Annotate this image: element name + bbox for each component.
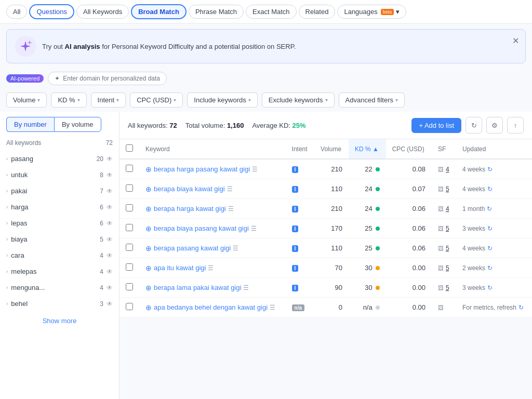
settings-button[interactable]: ⚙ — [486, 117, 503, 134]
sidebar-item[interactable]: › harga 6 👁 — [0, 199, 119, 215]
refresh-icon[interactable]: ↻ — [487, 264, 493, 272]
keyword-link[interactable]: berapa lama pakai kawat gigi — [154, 284, 241, 291]
row-checkbox[interactable] — [126, 224, 133, 231]
eye-icon[interactable]: 👁 — [107, 268, 113, 275]
keyword-link[interactable]: berapa harga pasang kawat gigi — [154, 165, 250, 173]
tab-questions[interactable]: Questions — [29, 4, 74, 19]
add-circle-icon[interactable]: ⊕ — [145, 224, 152, 233]
row-checkbox[interactable] — [126, 283, 133, 290]
sidebar-item[interactable]: › menguna... 4 👁 — [0, 280, 119, 296]
save-icon[interactable]: ☰ — [227, 185, 233, 193]
eye-icon[interactable]: 👁 — [107, 220, 113, 227]
close-button[interactable]: ✕ — [512, 36, 519, 46]
keyword-count: 6 — [100, 204, 103, 211]
ai-powered-badge: AI-powered — [6, 74, 44, 83]
keyword-link[interactable]: berapa biaya pasang kawat gigi — [154, 224, 249, 232]
sidebar-item[interactable]: › behel 3 👁 — [0, 296, 119, 312]
tab-broad-match[interactable]: Broad Match — [131, 4, 187, 19]
sf-number[interactable]: 5 — [446, 245, 449, 252]
by-volume-button[interactable]: By volume — [54, 117, 101, 132]
refresh-button[interactable]: ↻ — [466, 117, 482, 134]
include-keywords-filter[interactable]: Include keywords ▾ — [187, 92, 257, 108]
eye-icon[interactable]: 👁 — [107, 204, 113, 211]
add-circle-icon[interactable]: ⊕ — [145, 244, 152, 252]
volume-filter[interactable]: Volume ▾ — [6, 92, 47, 108]
eye-icon[interactable]: 👁 — [107, 155, 113, 163]
tab-languages[interactable]: Languages beta ▾ — [337, 5, 406, 19]
tab-all-keywords[interactable]: All Keywords — [76, 5, 129, 19]
sidebar-item[interactable]: › pasang 20 👁 — [0, 151, 119, 167]
exclude-keywords-filter[interactable]: Exclude keywords ▾ — [262, 92, 335, 108]
sf-number[interactable]: 5 — [446, 264, 449, 272]
row-checkbox[interactable] — [126, 165, 133, 172]
sf-number[interactable]: 4 — [446, 205, 449, 212]
exclude-filter-label: Exclude keywords — [269, 96, 323, 104]
save-icon[interactable]: ☰ — [233, 245, 238, 252]
add-circle-icon[interactable]: ⊕ — [145, 165, 152, 174]
row-checkbox[interactable] — [126, 204, 133, 211]
eye-icon[interactable]: 👁 — [107, 171, 113, 179]
row-checkbox[interactable] — [126, 184, 133, 192]
by-number-button[interactable]: By number — [6, 117, 54, 132]
advanced-filters[interactable]: Advanced filters ▾ — [339, 92, 405, 108]
save-icon[interactable]: ☰ — [251, 225, 257, 232]
row-checkbox[interactable] — [126, 263, 133, 271]
refresh-icon[interactable]: ↻ — [487, 166, 493, 173]
kd-filter[interactable]: KD % ▾ — [51, 92, 86, 108]
tab-exact-match[interactable]: Exact Match — [246, 5, 297, 19]
sf-number[interactable]: 5 — [446, 284, 449, 291]
row-checkbox[interactable] — [126, 303, 133, 310]
sf-number[interactable]: 4 — [446, 166, 449, 173]
cpc-filter[interactable]: CPC (USD) ▾ — [130, 92, 183, 108]
eye-icon[interactable]: 👁 — [107, 300, 113, 308]
refresh-icon[interactable]: ↻ — [487, 245, 493, 252]
row-checkbox[interactable] — [126, 244, 133, 251]
eye-icon[interactable]: 👁 — [107, 284, 113, 291]
sidebar-item[interactable]: › lepas 6 👁 — [0, 215, 119, 231]
refresh-icon[interactable]: ↻ — [487, 205, 492, 212]
sidebar-item[interactable]: › melepas 4 👁 — [0, 263, 119, 280]
save-icon[interactable]: ☰ — [228, 205, 234, 212]
add-circle-icon[interactable]: ⊕ — [145, 264, 152, 272]
tab-related[interactable]: Related — [299, 5, 336, 19]
eye-icon[interactable]: 👁 — [107, 236, 113, 243]
save-icon[interactable]: ☰ — [270, 304, 275, 311]
tab-all[interactable]: All — [6, 5, 27, 19]
avg-kd-value: 25% — [292, 122, 306, 129]
refresh-icon[interactable]: ↻ — [487, 225, 493, 232]
updated-value: 3 weeks — [462, 284, 485, 291]
save-icon[interactable]: ☰ — [243, 284, 249, 291]
keyword-link[interactable]: apa itu kawat gigi — [154, 264, 206, 272]
keyword-link[interactable]: berapa harga kawat gigi — [154, 205, 226, 212]
refresh-icon[interactable]: ↻ — [518, 304, 524, 311]
kd-column-header[interactable]: KD % ▲ — [349, 139, 386, 159]
domain-input[interactable]: ✦ Enter domain for personalized data — [48, 72, 167, 85]
eye-icon[interactable]: 👁 — [107, 188, 113, 195]
sidebar-item[interactable]: › untuk 8 👁 — [0, 167, 119, 183]
sidebar-item[interactable]: › pakai 7 👁 — [0, 183, 119, 199]
save-icon[interactable]: ☰ — [208, 264, 214, 272]
sf-number[interactable]: 5 — [446, 225, 449, 232]
sidebar-item[interactable]: › cara 4 👁 — [0, 247, 119, 263]
add-to-list-button[interactable]: + Add to list — [411, 118, 461, 133]
select-all-checkbox[interactable] — [126, 144, 133, 152]
keyword-link[interactable]: apa bedanya behel dengan kawat gigi — [154, 303, 268, 311]
export-button[interactable]: ↑ — [507, 117, 524, 134]
refresh-icon[interactable]: ↻ — [487, 185, 493, 193]
add-circle-icon[interactable]: ⊕ — [145, 284, 152, 292]
save-icon[interactable]: ☰ — [252, 166, 258, 173]
add-circle-icon[interactable]: ⊕ — [145, 303, 152, 312]
keyword-link[interactable]: berapa pasang kawat gigi — [154, 244, 231, 252]
show-more-button[interactable]: Show more — [0, 312, 119, 330]
keyword-link[interactable]: berapa biaya kawat gigi — [154, 185, 225, 193]
intent-badge: I — [292, 186, 299, 193]
refresh-icon[interactable]: ↻ — [487, 284, 493, 291]
sf-number[interactable]: 5 — [446, 185, 449, 193]
eye-icon[interactable]: 👁 — [107, 252, 113, 259]
sidebar-item[interactable]: › biaya 5 👁 — [0, 231, 119, 247]
volume-cell: 210 — [314, 199, 349, 219]
add-circle-icon[interactable]: ⊕ — [145, 185, 152, 193]
intent-filter[interactable]: Intent ▾ — [91, 92, 126, 108]
tab-phrase-match[interactable]: Phrase Match — [189, 5, 244, 19]
add-circle-icon[interactable]: ⊕ — [145, 205, 152, 213]
